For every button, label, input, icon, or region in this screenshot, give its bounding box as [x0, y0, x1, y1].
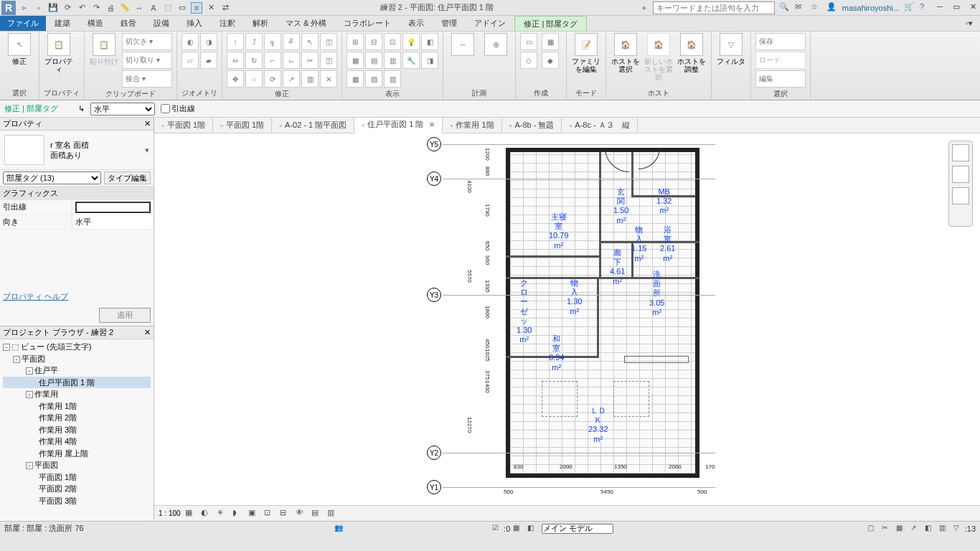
room-tag[interactable]: ＬＤＫ23.32 m²: [588, 406, 608, 444]
open-icon[interactable]: ▹: [19, 2, 30, 14]
thin-lines-icon[interactable]: ≡: [191, 2, 202, 14]
filter-button[interactable]: ▽フィルタ: [716, 33, 746, 65]
section-icon[interactable]: ▭: [176, 2, 188, 14]
mod-btn[interactable]: ⇔: [227, 52, 244, 69]
grid-bubble[interactable]: Y4: [427, 171, 441, 186]
undo-icon[interactable]: ↶: [76, 2, 88, 14]
tree-node[interactable]: -平面図: [3, 459, 151, 471]
model-select[interactable]: [542, 524, 613, 534]
mod-btn[interactable]: ⟳: [264, 70, 281, 88]
mod-btn[interactable]: ╝: [283, 33, 300, 50]
print-icon[interactable]: 🖨: [105, 2, 116, 14]
sb-icon[interactable]: ▢: [867, 524, 879, 534]
grid-bubble[interactable]: Y1: [427, 480, 441, 494]
room-tag[interactable]: クローゼッ1.30 m²: [517, 278, 532, 344]
cart-icon[interactable]: 🛒: [904, 2, 915, 14]
sb-icon[interactable]: ▦: [896, 524, 908, 534]
sb-icon[interactable]: ↗: [910, 524, 922, 534]
view-btn[interactable]: ▥: [384, 52, 401, 69]
shadow-icon[interactable]: ◗: [232, 508, 244, 519]
create-btn[interactable]: ▭: [520, 33, 537, 50]
drawing-canvas[interactable]: 主寝室10.79 m²玄関1.50 m²MB1.32 m²物入1.15 m²浴室…: [154, 133, 980, 505]
close-button[interactable]: ✕: [967, 2, 979, 14]
geom-btn[interactable]: ▱: [182, 52, 199, 69]
close-icon[interactable]: ✕: [144, 328, 151, 337]
navigation-bar[interactable]: [948, 141, 973, 227]
prop-row[interactable]: 向き 水平: [0, 215, 154, 230]
view-tab[interactable]: ▫作業用 1階: [443, 118, 501, 133]
type-selector[interactable]: r 室名 面積 面積あり ▾: [0, 131, 154, 170]
modify-button[interactable]: ↖修正: [4, 33, 34, 65]
view-tab[interactable]: ▫A-8c - Ａ３ 縦: [562, 118, 637, 133]
tab-struct[interactable]: 構造: [79, 16, 112, 31]
tree-node[interactable]: 作業用 屋上階: [3, 448, 151, 460]
leader-checkbox[interactable]: 引出線: [161, 103, 195, 114]
minimize-button[interactable]: ─: [934, 2, 946, 14]
room-tag[interactable]: 主寝室10.79 m²: [549, 212, 569, 250]
grid-bubble[interactable]: Y5: [427, 137, 441, 151]
navcube-icon[interactable]: [952, 144, 969, 161]
tree-node[interactable]: 作業用 3階: [3, 424, 151, 436]
room-tag[interactable]: 物入1.30 m²: [567, 278, 582, 316]
mod-btn[interactable]: ↖: [301, 33, 319, 50]
view-btn[interactable]: ▩: [347, 70, 364, 88]
search-input[interactable]: [653, 1, 775, 14]
mod-btn[interactable]: ↗: [283, 70, 300, 88]
tab-modify[interactable]: 修正 | 部屋タグ: [514, 16, 587, 31]
grid-bubble[interactable]: Y3: [427, 288, 441, 302]
tree-node[interactable]: 平面図 3階: [3, 495, 151, 507]
view-btn[interactable]: ▧: [365, 70, 382, 88]
view-tab[interactable]: ▫住戸平面図 1 階✕: [354, 118, 443, 133]
ribbon-collapse-icon[interactable]: ▫▾: [958, 16, 980, 31]
view-btn[interactable]: ⊟: [365, 33, 382, 50]
select-host-button[interactable]: 🏠ホストを選択: [611, 33, 641, 73]
save-sel-button[interactable]: 保存: [755, 33, 806, 50]
help-icon[interactable]: ?: [920, 2, 931, 14]
mod-btn[interactable]: ◫: [320, 52, 337, 69]
mod-btn[interactable]: ⤴: [245, 33, 263, 50]
view-tab[interactable]: ▫A-8b - 無題: [502, 118, 562, 133]
status-icon[interactable]: 👥: [334, 524, 346, 534]
create-btn[interactable]: ◆: [542, 52, 559, 69]
tree-node[interactable]: 平面図 1階: [3, 471, 151, 484]
create-btn[interactable]: ◇: [520, 52, 537, 69]
maximize-button[interactable]: ▭: [951, 2, 962, 14]
view-btn[interactable]: 🔧: [402, 52, 420, 69]
view-tab[interactable]: ▫A-02 - 1 階平面図: [272, 118, 354, 133]
mod-btn[interactable]: ⌐: [264, 52, 281, 69]
pan-icon[interactable]: [952, 187, 969, 204]
tab-annotate[interactable]: 注釈: [211, 16, 244, 31]
dim-icon[interactable]: ↔: [133, 2, 145, 14]
tree-node[interactable]: 作業用 2階: [3, 412, 151, 424]
sb-icon[interactable]: ✂: [882, 524, 893, 534]
visual-style-icon[interactable]: ◐: [201, 508, 212, 519]
view-btn[interactable]: ◨: [421, 52, 438, 69]
orientation-select[interactable]: 水平: [90, 103, 155, 116]
view-btn[interactable]: ⊡: [384, 33, 401, 50]
mod-btn[interactable]: ◫: [320, 33, 337, 50]
dropdown-arrow-icon[interactable]: ▾: [145, 146, 149, 155]
star-icon[interactable]: ☆: [811, 2, 822, 14]
close-icon[interactable]: ✕: [144, 119, 151, 128]
detail-icon[interactable]: ▦: [185, 508, 197, 519]
crop-icon[interactable]: ⊡: [264, 508, 275, 519]
view-btn[interactable]: 💡: [402, 33, 420, 50]
category-select[interactable]: 部屋タグ (13): [3, 171, 101, 184]
tab-addins[interactable]: アドイン: [466, 16, 514, 31]
tab-collab[interactable]: コラボレート: [335, 16, 400, 31]
props-button[interactable]: 📋プロパティ: [44, 33, 74, 73]
tree-node[interactable]: -平面図: [3, 353, 151, 365]
infocenter-icon[interactable]: 🔍: [779, 2, 791, 14]
room-tag[interactable]: 和室8.94 m²: [549, 334, 564, 372]
tab-analyze[interactable]: 解析: [244, 16, 277, 31]
sb-icon[interactable]: ◧: [925, 524, 936, 534]
prop-row[interactable]: 引出線: [0, 200, 154, 215]
open2-icon[interactable]: ▫: [33, 2, 44, 14]
reveal-icon[interactable]: ▤: [311, 508, 323, 519]
join-button[interactable]: 接合 ▾: [122, 70, 172, 88]
mod-btn[interactable]: ↕: [227, 33, 244, 50]
redo-icon[interactable]: ↷: [90, 2, 102, 14]
tree-node[interactable]: -住戸平: [3, 364, 151, 377]
tree-node[interactable]: 平面図 2階: [3, 483, 151, 495]
tree-node[interactable]: -作業用: [3, 388, 151, 400]
